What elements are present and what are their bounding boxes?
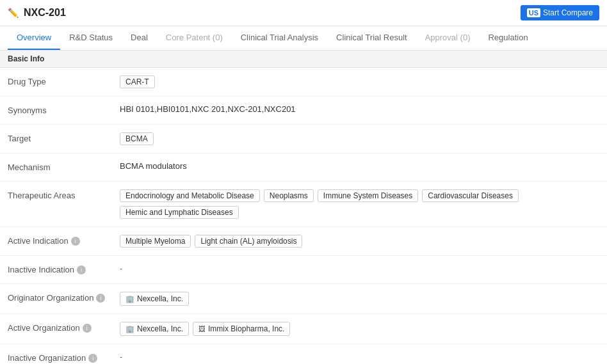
therapeutic-area-tag-3: Immune System Diseases [318, 189, 418, 202]
inactive-indication-label: Inactive Indication i [8, 264, 120, 274]
inactive-indication-row: Inactive Indication i - [0, 256, 607, 284]
active-org-name-2: Immix Biopharma, Inc. [208, 324, 284, 333]
tab-core-patent[interactable]: Core Patent (0) [157, 26, 232, 50]
header: ✏️ NXC-201 US Start Compare [0, 0, 607, 26]
originator-org-name-1: Nexcella, Inc. [137, 294, 183, 303]
originator-org-tag-1: 🏢 Nexcella, Inc. [120, 292, 189, 306]
start-compare-button[interactable]: US Start Compare [521, 5, 599, 20]
header-left: ✏️ NXC-201 [8, 7, 66, 19]
originator-org-label: Originator Organization i [8, 292, 120, 303]
inactive-org-label: Inactive Organization i [8, 352, 120, 363]
compare-us-icon: US [527, 8, 540, 17]
active-org-row: Active Organization i 🏢 Nexcella, Inc. 🖼… [0, 314, 607, 344]
inactive-indication-info-icon[interactable]: i [77, 265, 86, 274]
org-image-icon: 🖼 [198, 325, 206, 333]
active-org-name-1: Nexcella, Inc. [137, 324, 183, 333]
inactive-org-info-icon[interactable]: i [88, 354, 97, 363]
mechanism-value: BCMA modulators [120, 161, 599, 171]
active-indication-tag-2: Light chain (AL) amyloidosis [195, 235, 302, 248]
target-value: BCMA [120, 132, 599, 145]
drug-type-label: Drug Type [8, 75, 120, 86]
tab-approval[interactable]: Approval (0) [416, 26, 480, 50]
active-org-tag-1: 🏢 Nexcella, Inc. [120, 322, 189, 336]
therapeutic-area-tag-5: Hemic and Lymphatic Diseases [120, 206, 239, 219]
therapeutic-areas-row: Therapeutic Areas Endocrinology and Meta… [0, 182, 607, 227]
nav-tabs: Overview R&D Status Deal Core Patent (0)… [0, 26, 607, 51]
drug-type-value: CAR-T [120, 75, 599, 88]
synonyms-row: Synonyms HBI 0101,HBI0101,NXC 201,NXC-20… [0, 97, 607, 125]
tab-overview[interactable]: Overview [8, 26, 60, 50]
drug-type-row: Drug Type CAR-T [0, 68, 607, 97]
therapeutic-areas-label: Therapeutic Areas [8, 189, 120, 200]
therapeutic-area-tag-4: Cardiovascular Diseases [422, 189, 519, 202]
inactive-org-value: - [120, 352, 599, 361]
therapeutic-areas-value: Endocrinology and Metabolic Disease Neop… [120, 189, 599, 219]
tab-regulation[interactable]: Regulation [479, 26, 537, 50]
tab-rd-status[interactable]: R&D Status [60, 26, 122, 50]
start-compare-label: Start Compare [543, 8, 593, 17]
therapeutic-area-tag-2: Neoplasms [264, 189, 314, 202]
originator-org-info-icon[interactable]: i [96, 294, 105, 303]
tab-deal[interactable]: Deal [122, 26, 157, 50]
active-indication-tag-1: Multiple Myeloma [120, 235, 191, 248]
active-indication-row: Active Indication i Multiple Myeloma Lig… [0, 227, 607, 256]
inactive-indication-dash: - [120, 264, 122, 273]
active-indication-value: Multiple Myeloma Light chain (AL) amyloi… [120, 235, 599, 248]
target-row: Target BCMA [0, 125, 607, 154]
drug-type-tag: CAR-T [120, 75, 155, 88]
inactive-org-dash: - [120, 352, 122, 361]
originator-org-value: 🏢 Nexcella, Inc. [120, 292, 599, 306]
content-area: Drug Type CAR-T Synonyms HBI 0101,HBI010… [0, 68, 607, 364]
drug-name: NXC-201 [24, 7, 66, 19]
synonyms-value: HBI 0101,HBI0101,NXC 201,NXC-201,NXC201 [120, 104, 599, 114]
inactive-indication-value: - [120, 264, 599, 273]
active-org-label: Active Organization i [8, 322, 120, 333]
mechanism-label: Mechanism [8, 161, 120, 172]
active-org-value: 🏢 Nexcella, Inc. 🖼 Immix Biopharma, Inc. [120, 322, 599, 336]
org-building-icon-2: 🏢 [125, 325, 134, 333]
target-tag: BCMA [120, 132, 154, 145]
mechanism-row: Mechanism BCMA modulators [0, 154, 607, 182]
drug-icon: ✏️ [8, 8, 19, 18]
therapeutic-area-tag-1: Endocrinology and Metabolic Disease [120, 189, 260, 202]
target-label: Target [8, 132, 120, 143]
tab-clinical-trial-result[interactable]: Clinical Trial Result [327, 26, 416, 50]
active-indication-label: Active Indication i [8, 235, 120, 246]
org-building-icon-1: 🏢 [125, 295, 134, 303]
mechanism-text: BCMA modulators [120, 161, 187, 171]
basic-info-section-label: Basic Info [0, 51, 607, 68]
synonyms-label: Synonyms [8, 104, 120, 115]
inactive-org-row: Inactive Organization i - [0, 344, 607, 364]
active-org-tag-2: 🖼 Immix Biopharma, Inc. [193, 322, 290, 336]
active-indication-info-icon[interactable]: i [71, 237, 80, 246]
synonyms-text: HBI 0101,HBI0101,NXC 201,NXC-201,NXC201 [120, 104, 296, 114]
active-org-info-icon[interactable]: i [83, 324, 92, 333]
originator-org-row: Originator Organization i 🏢 Nexcella, In… [0, 284, 607, 314]
tab-clinical-trial-analysis[interactable]: Clinical Trial Analysis [232, 26, 327, 50]
